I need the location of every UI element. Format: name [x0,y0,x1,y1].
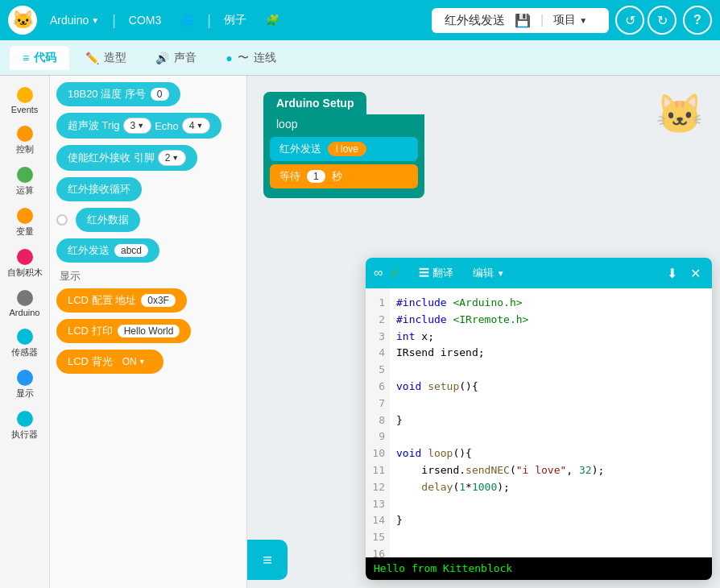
project-menu[interactable]: 项目 ▼ [553,13,587,27]
code-content[interactable]: #include <Arduino.h> #include <IRremote.… [390,288,712,557]
lcd-backlight-dropdown[interactable]: ON ▼ [116,354,152,369]
translate-btn[interactable]: ☰ 翻译 [412,264,460,282]
ds18b20-label: 18B20 温度 序号 [68,87,146,101]
undo-redo-group: ↺ ↻ [615,6,677,35]
wait-canvas-block[interactable]: 等待 1 秒 [270,164,418,188]
arduino-infinity-icon: ∞ [374,266,383,280]
lcd-addr-value[interactable]: 0x3F [141,294,176,307]
download-btn[interactable]: ⬇ [664,264,681,283]
block-lcd-backlight: LCD 背光 ON ▼ [56,350,240,374]
arduino-menu[interactable]: Arduino ▼ [43,10,106,30]
arduino-chevron: ▼ [91,16,99,25]
plugin-icon: 🧩 [266,14,279,27]
top-nav: 🐱 Arduino ▼ | COM3 🌐 | 例子 🧩 红外线发送 💾 | 项目… [0,0,720,40]
ultrasonic-label: 超声波 Trig [68,118,120,133]
code-editor: ∞ ✓ ☰ 翻译 编辑 ▼ ⬇ ✕ 1234567891011121314151… [366,258,712,580]
echo-dropdown[interactable]: 4 ▼ [182,118,211,134]
page-title: 红外线发送 [445,13,505,28]
block-ultrasonic: 超声波 Trig 3 ▼ Echo 4 ▼ [56,113,240,139]
sidebar-item-custom[interactable]: 自制积木 [2,244,48,284]
custom-label: 自制积木 [7,267,43,279]
wait-num[interactable]: 1 [307,170,325,183]
ir-loop-pill[interactable]: 红外接收循环 [56,177,142,201]
undo-button[interactable]: ↺ [615,6,644,35]
ir-recv-dropdown[interactable]: 2 ▼ [158,150,187,166]
sidebar-item-control[interactable]: 控制 [2,121,48,160]
sensor-dot [17,329,33,345]
sidebar-item-operator[interactable]: 运算 [2,162,48,201]
lcd-addr-pill[interactable]: LCD 配置 地址 0x3F [56,288,187,313]
ds18b20-pill[interactable]: 18B20 温度 序号 0 [56,82,180,106]
ir-send-canvas-block[interactable]: 红外发送 i love [270,137,418,161]
translate-label: 翻译 [432,267,453,279]
canvas-area: 🐱 Arduino Setup loop 红外发送 i love 等待 [247,76,720,588]
close-btn[interactable]: ✕ [687,264,704,283]
help-button[interactable]: ? [683,6,712,35]
redo-button[interactable]: ↻ [648,6,677,35]
ds18b20-num[interactable]: 0 [151,88,169,101]
control-label: 控制 [16,143,34,155]
canvas-blocks: Arduino Setup loop 红外发送 i love 等待 1 秒 [263,92,424,198]
ir-send-value[interactable]: abcd [114,244,148,257]
wait-canvas-label: 等待 [279,169,300,184]
main-area: Events 控制 运算 变量 自制积木 Arduino 传感器 显示 [0,76,720,588]
bottom-left-button[interactable]: ≡ [247,540,288,580]
block-ir-loop: 红外接收循环 [56,177,240,201]
logo: 🐱 [8,6,37,35]
executor-dot [17,411,33,427]
arduino-label: Arduino [50,14,89,27]
scratch-cat: 🐱 [656,92,704,137]
arduino-dot [17,290,33,306]
sidebar-item-executor[interactable]: 执行器 [2,406,48,445]
tab-sound[interactable]: 🔊 声音 [143,46,209,70]
tab-connect-label: 连线 [254,51,276,65]
sidebar-item-arduino[interactable]: Arduino [2,285,48,322]
ir-recv-pill[interactable]: 使能红外接收 引脚 2 ▼ [56,145,197,171]
plugin-btn[interactable]: 🧩 [259,10,286,30]
display-dot [17,370,33,386]
sidebar-item-variable[interactable]: 变量 [2,203,48,242]
lcd-print-value[interactable]: Hello World [118,325,180,337]
code-body: 12345678910111213141516 #include <Arduin… [366,288,712,557]
ir-loop-label: 红外接收循环 [68,182,130,197]
lcd-print-pill[interactable]: LCD 打印 Hello World [56,319,191,343]
project-label: 项目 [553,13,576,27]
echo-label: Echo [155,120,179,132]
ultrasonic-pill[interactable]: 超声波 Trig 3 ▼ Echo 4 ▼ [56,113,221,139]
lcd-backlight-label: LCD 背光 [68,354,113,369]
sound-tab-icon: 🔊 [155,52,169,64]
loop-label: loop [276,118,297,130]
sidebar-item-display[interactable]: 显示 [2,365,48,404]
tab-model[interactable]: ✏️ 造型 [72,46,139,70]
display-label-s: 显示 [16,387,34,400]
ir-send-canvas-value[interactable]: i love [328,142,366,156]
trig-dropdown[interactable]: 3 ▼ [123,118,152,134]
example-btn[interactable]: 例子 [217,10,253,31]
sidebar: Events 控制 运算 变量 自制积木 Arduino 传感器 显示 [0,76,50,588]
tab-connect[interactable]: ● 〜 连线 [213,46,288,70]
lcd-backlight-pill[interactable]: LCD 背光 ON ▼ [56,350,163,374]
block-lcd-print: LCD 打印 Hello World [56,319,240,343]
operator-dot [17,167,33,183]
tab-sound-label: 声音 [174,51,197,65]
cat-icon: 🐱 [12,10,34,31]
sidebar-item-events[interactable]: Events [2,82,48,119]
code-editor-header: ∞ ✓ ☰ 翻译 编辑 ▼ ⬇ ✕ [366,258,712,288]
globe-btn[interactable]: 🌐 [174,10,201,30]
ir-data-toggle[interactable] [56,214,68,226]
project-chevron: ▼ [579,16,587,25]
sidebar-item-sensor[interactable]: 传感器 [2,324,48,363]
tab-model-label: 造型 [104,51,126,65]
loop-block[interactable]: loop [263,114,360,134]
ir-data-pill[interactable]: 红外数据 [76,208,140,232]
ir-recv-label: 使能红外接收 引脚 [68,151,155,165]
tab-code-label: 代码 [34,51,56,65]
line-numbers: 12345678910111213141516 [366,288,390,557]
com-label[interactable]: COM3 [122,10,168,30]
connect-icon-s: 〜 [238,51,249,65]
edit-btn[interactable]: 编辑 ▼ [466,264,511,282]
arduino-setup-block[interactable]: Arduino Setup [263,92,366,114]
ir-send-pill[interactable]: 红外发送 abcd [56,238,159,263]
variable-label: 变量 [16,226,34,238]
tab-code[interactable]: ≡ 代码 [10,46,69,70]
